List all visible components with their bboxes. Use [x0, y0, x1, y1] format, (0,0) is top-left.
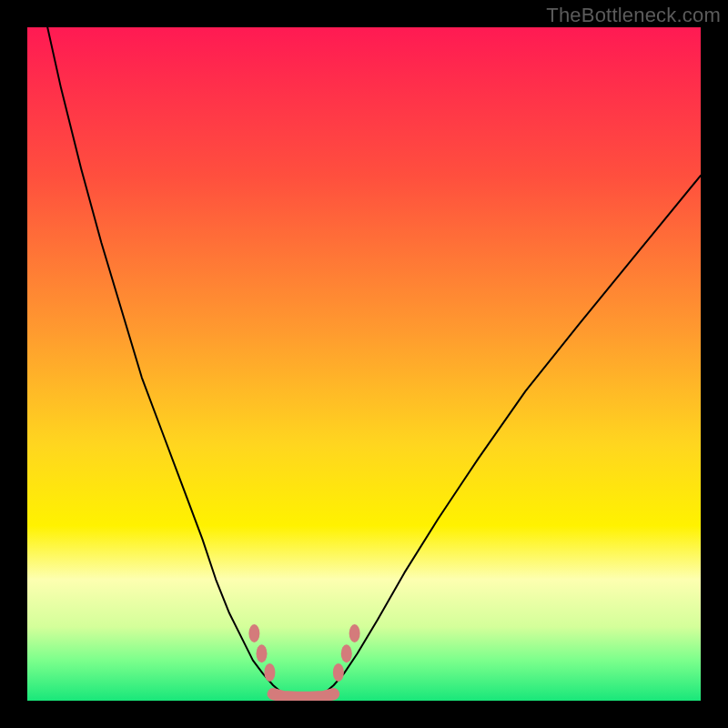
plot-background: [27, 27, 701, 701]
marker-left-markers-2: [264, 663, 275, 682]
marker-right-markers-0: [333, 663, 344, 682]
chart-frame: TheBottleneck.com: [0, 0, 728, 728]
marker-right-markers-1: [341, 644, 352, 662]
marker-left-markers-0: [248, 624, 259, 642]
watermark-text: TheBottleneck.com: [546, 4, 721, 27]
series-valley-floor: [273, 694, 334, 698]
bottleneck-curve-plot: [27, 27, 701, 701]
marker-left-markers-1: [257, 644, 268, 662]
marker-right-markers-2: [349, 624, 360, 642]
